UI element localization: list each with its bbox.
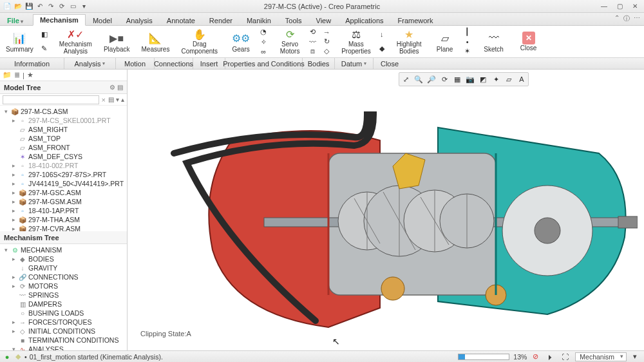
tree-item[interactable]: ▸▫18-410-002.PRT <box>1 161 126 170</box>
drag-components-button[interactable]: ✋ Drag Components <box>178 27 221 56</box>
twist-icon[interactable]: ▾ <box>3 247 9 253</box>
tab-annotate[interactable]: Annotate <box>160 15 202 26</box>
tab-applications[interactable]: Applications <box>338 15 390 26</box>
mechanism-tree-header[interactable]: Mechanism Tree <box>0 231 127 244</box>
tab-view[interactable]: View <box>309 15 339 26</box>
expand-icon[interactable]: ▾ <box>116 96 119 103</box>
tree-item[interactable]: ▸📦297-M-GSM.ASM <box>1 197 126 206</box>
slot-icon[interactable]: ⟡ <box>257 37 270 46</box>
plane-button[interactable]: ▱ Plane <box>430 27 460 56</box>
replay-icon[interactable]: ⏵ <box>545 352 554 361</box>
model-tree[interactable]: ▾📦297-M-CS.ASM▸▫297-M-CS_SKEL0001.PRT▱AS… <box>0 106 127 231</box>
tree-item[interactable]: ▸▫18-410-1AP.PRT <box>1 206 126 215</box>
tree-item[interactable]: ■TERMINATION CONDITIONS <box>1 336 126 345</box>
tab-mechanism[interactable]: Mechanism <box>33 14 86 26</box>
point-icon[interactable]: • <box>461 37 474 46</box>
twist-icon[interactable]: ▸ <box>10 207 17 214</box>
graphics-canvas[interactable]: ⤢ 🔍 🔎 ⟳ ▦ 📷 ◩ ✦ ▱ A <box>128 70 644 350</box>
tree-item[interactable]: ▸🔗CONNECTIONS <box>1 272 126 281</box>
gravity-icon[interactable]: ↓ <box>375 30 388 39</box>
nav-model-icon[interactable]: 📁 <box>3 71 12 79</box>
save-icon[interactable]: 💾 <box>24 2 33 11</box>
status-menu-icon[interactable]: ▾ <box>630 352 639 361</box>
csys-icon[interactable]: ✶ <box>461 47 474 56</box>
tree-item[interactable]: ▸▫297-M-CS_SKEL0001.PRT <box>1 116 126 125</box>
cam-icon[interactable]: ◔ <box>257 28 270 37</box>
qat-dropdown-icon[interactable]: ▾ <box>79 2 88 11</box>
tab-tools[interactable]: Tools <box>278 15 309 26</box>
sketch-button[interactable]: 〰 Sketch <box>479 27 509 56</box>
tree-show-icon[interactable]: ▤ <box>117 84 123 91</box>
tree-item[interactable]: ✶ASM_DEF_CSYS <box>1 152 126 161</box>
twist-icon[interactable]: ▸ <box>10 283 17 289</box>
nav-layers-icon[interactable]: ≣ <box>14 71 20 79</box>
twist-icon[interactable]: ▸ <box>10 180 17 187</box>
footer-connections[interactable]: Connections <box>155 58 193 69</box>
highlight-bodies-button[interactable]: ★ Highlight Bodies <box>393 27 425 56</box>
tree-item[interactable]: ▾∿ANALYSES <box>1 345 126 350</box>
force-icon[interactable]: → <box>320 28 333 37</box>
tree-item[interactable]: ▥DAMPERS <box>1 300 126 309</box>
twist-icon[interactable]: ▸ <box>10 328 17 334</box>
tab-manikin[interactable]: Manikin <box>240 15 278 26</box>
tab-analysis[interactable]: Analysis <box>119 15 160 26</box>
tree-item[interactable]: ▸📦297-M-CVR.ASM <box>1 224 126 231</box>
ic-icon[interactable]: ◆ <box>375 44 388 53</box>
ribbon-minimize-icon[interactable]: ⌃ <box>614 14 620 23</box>
undo-icon[interactable]: ↶ <box>35 2 44 11</box>
footer-datum[interactable]: Datum▾ <box>335 58 374 69</box>
summary-button[interactable]: 📊 Summary <box>3 27 37 56</box>
redo-icon[interactable]: ↷ <box>46 2 55 11</box>
axis-icon[interactable]: ┃ <box>461 28 474 37</box>
stop-analysis-icon[interactable]: ⊘ <box>531 352 540 361</box>
regen-icon[interactable]: ⟳ <box>57 2 66 11</box>
tab-render[interactable]: Render <box>202 15 240 26</box>
clear-filter-icon[interactable]: × <box>102 96 106 104</box>
footer-analysis[interactable]: Analysis▾ <box>64 58 116 69</box>
measures-button[interactable]: 📐 Measures <box>138 27 173 56</box>
mechanism-tree[interactable]: ▾⚙MECHANISM▸◆BODIES↓GRAVITY▸🔗CONNECTIONS… <box>0 244 127 350</box>
filter-input[interactable] <box>3 95 99 104</box>
tab-framework[interactable]: Framework <box>391 15 440 26</box>
tree-item[interactable]: ▸📦297-M-GSC.ASM <box>1 188 126 197</box>
collapse-icon[interactable]: ▴ <box>121 96 124 103</box>
close-app-button[interactable]: ✕ Close <box>514 27 544 56</box>
tree-item[interactable]: ○BUSHING LOADS <box>1 309 126 318</box>
servo-motors-button[interactable]: ⟳ Servo Motors <box>275 27 305 56</box>
tree-item[interactable]: ▱ASM_FRONT <box>1 143 126 152</box>
summary-aux2-icon[interactable]: ✎ <box>38 44 51 53</box>
status-indicator-icon[interactable]: ● <box>3 352 12 361</box>
tree-item[interactable]: ▸⟳MOTORS <box>1 281 126 291</box>
tree-item[interactable]: ▸▫JV441419_50<JV441419>.PRT <box>1 179 126 188</box>
twist-icon[interactable]: ▸ <box>10 319 17 325</box>
tree-settings-icon[interactable]: ⚙ <box>109 84 115 91</box>
tree-item[interactable]: ▸◇INITIAL CONDITIONS <box>1 327 126 336</box>
close-window-button[interactable]: ✕ <box>629 2 641 11</box>
tab-model[interactable]: Model <box>86 15 119 26</box>
twist-icon[interactable]: ▾ <box>10 346 17 350</box>
minimize-button[interactable]: — <box>598 2 611 11</box>
twist-icon[interactable]: ▸ <box>10 189 17 196</box>
footer-properties[interactable]: Properties and Conditions <box>225 58 303 69</box>
gears-button[interactable]: ⚙⚙ Gears <box>226 27 256 56</box>
tree-item[interactable]: ▸◆BODIES <box>1 254 126 263</box>
init-cond-icon[interactable]: ◇ <box>320 47 333 56</box>
footer-insert[interactable]: Insert <box>193 58 225 69</box>
playback-button[interactable]: ▶■ Playback <box>100 27 133 56</box>
twist-icon[interactable]: ▸ <box>10 162 17 169</box>
tree-item[interactable]: ▾📦297-M-CS.ASM <box>1 107 126 116</box>
tree-item[interactable]: ▸▫297-106S<297-87S>.PRT <box>1 170 126 179</box>
footer-bodies[interactable]: Bodies <box>303 58 335 69</box>
twist-icon[interactable]: ▸ <box>10 274 17 280</box>
mechanism-analysis-button[interactable]: ✗✓ Mechanism Analysis <box>56 27 95 56</box>
help-icon[interactable]: ⓘ <box>623 14 630 23</box>
maximize-button[interactable]: ▢ <box>613 2 626 11</box>
tree-item[interactable]: ↓GRAVITY <box>1 263 126 272</box>
footer-motion[interactable]: Motion <box>116 58 155 69</box>
spring-icon[interactable]: 〰 <box>306 37 319 46</box>
tree-item[interactable]: ▸📦297-M-THA.ASM <box>1 215 126 224</box>
twist-icon[interactable]: ▸ <box>10 256 17 262</box>
twist-icon[interactable]: ▸ <box>10 225 17 231</box>
twist-icon[interactable]: ▸ <box>10 198 17 205</box>
twist-icon[interactable]: ▸ <box>10 216 17 223</box>
